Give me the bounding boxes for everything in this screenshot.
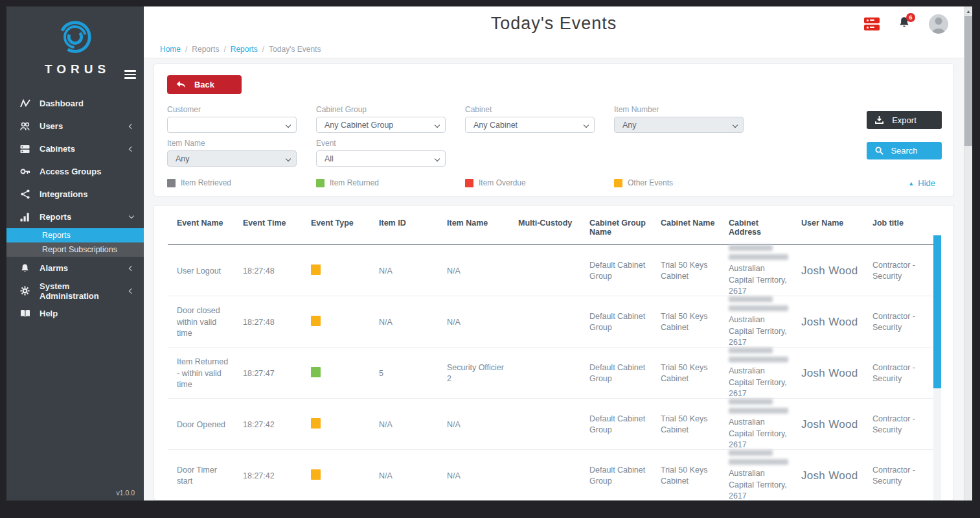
cell-job-title: Contractor - Security — [863, 465, 933, 488]
search-button[interactable]: Search — [867, 142, 942, 159]
filter-grid: Customer Cabinet Group Any Cabinet Group… — [167, 105, 940, 167]
table-scrollbar[interactable] — [933, 235, 941, 500]
gear-icon — [19, 286, 30, 296]
column-header: Multi-Custody — [509, 215, 580, 244]
sidebar: TORUS Dashboard Users — [6, 6, 144, 500]
legend-swatch — [614, 179, 622, 187]
chevron-left-icon — [129, 265, 134, 270]
cabinet-select[interactable]: Any Cabinet — [465, 117, 595, 133]
cell-item-name: Security Officier 2 — [438, 362, 509, 385]
page-title: Today's Events — [491, 14, 617, 34]
cell-item-name: N/A — [438, 266, 509, 277]
cell-item-id: N/A — [370, 419, 438, 431]
sidebar-item-access-groups[interactable]: Access Groups — [6, 160, 144, 183]
sidebar-item-label: Reports — [40, 212, 71, 222]
cell-item-id: 5 — [370, 368, 438, 380]
column-header: Event Time — [234, 215, 302, 244]
breadcrumb-current: Today's Events — [269, 45, 321, 54]
column-header: Event Type — [302, 215, 370, 244]
cabinets-icon — [19, 145, 30, 154]
chevron-left-icon — [129, 146, 134, 151]
hide-filters-link[interactable]: ▲ Hide — [908, 178, 935, 188]
cell-event-type — [302, 469, 370, 484]
cell-event-time: 18:27:47 — [234, 368, 302, 380]
cell-cabinet-group: Default Cabinet Group — [580, 311, 652, 334]
cell-cabinet-name: Trial 50 Keys Cabinet — [652, 260, 720, 283]
search-icon — [875, 147, 883, 155]
cabinet-group-select[interactable]: Any Cabinet Group — [316, 117, 446, 133]
filter-label: Event — [316, 139, 446, 148]
cell-job-title: Contractor - Security — [863, 414, 933, 436]
cell-user-name: Josh Wood — [792, 314, 863, 330]
table-scrollbar-thumb[interactable] — [933, 235, 941, 388]
sidebar-item-label: Integrations — [40, 189, 87, 199]
menu-toggle-icon[interactable] — [124, 70, 136, 81]
cell-job-title: Contractor - Security — [863, 260, 933, 283]
breadcrumb-reports-link[interactable]: Reports — [231, 45, 258, 54]
cell-item-name: N/A — [438, 471, 509, 482]
cell-user-name: Josh Wood — [792, 417, 863, 432]
cell-cabinet-group: Default Cabinet Group — [580, 362, 652, 385]
sidebar-item-reports[interactable]: Reports — [6, 206, 144, 228]
redacted-address-line — [729, 347, 773, 353]
event-type-legend: Item Retrieved Item Returned Item Overdu… — [167, 178, 940, 187]
event-select[interactable]: All — [316, 150, 446, 167]
cell-cabinet-address: Australian Capital Territory, 2617 — [720, 450, 792, 500]
cell-user-name: Josh Wood — [792, 468, 863, 484]
submenu-item-report-subscriptions[interactable]: Report Subscriptions — [6, 242, 144, 257]
cell-cabinet-address: Australian Capital Territory, 2617 — [720, 399, 792, 451]
sidebar-item-users[interactable]: Users — [6, 115, 144, 137]
legend-label: Item Overdue — [479, 178, 526, 187]
breadcrumb-separator: / — [223, 45, 225, 54]
redacted-address-line — [729, 305, 788, 311]
table-row: Door Timer start 18:27:42 N/A N/A Defaul… — [168, 450, 933, 500]
window-scrollbar[interactable]: ▲ — [964, 6, 972, 500]
cell-event-time: 18:27:42 — [234, 471, 302, 482]
item-number-select[interactable]: Any — [614, 117, 744, 133]
dashboard-icon — [19, 99, 30, 108]
sidebar-item-cabinets[interactable]: Cabinets — [6, 137, 144, 160]
back-button[interactable]: Back — [167, 75, 242, 94]
main-area: Today's Events 6 Home — [144, 6, 964, 500]
export-button[interactable]: Export — [867, 111, 942, 129]
sidebar-item-dashboard[interactable]: Dashboard — [6, 92, 144, 115]
cabinet-status-icon[interactable] — [864, 18, 880, 30]
notifications-bell-icon[interactable]: 6 — [897, 16, 911, 32]
cell-event-name: Door Opened — [168, 419, 234, 431]
reports-submenu: Reports Report Subscriptions — [6, 228, 144, 257]
select-chevron-icon — [435, 123, 440, 128]
select-chevron-icon — [286, 123, 291, 128]
torus-logo-icon — [55, 17, 95, 57]
filter-label: Cabinet Group — [316, 105, 446, 114]
redacted-address-line — [729, 296, 773, 302]
redacted-address-line — [729, 245, 773, 251]
legend-item-retrieved: Item Retrieved — [167, 178, 297, 187]
sidebar-item-system-administration[interactable]: System Administration — [6, 279, 144, 302]
sidebar-item-label: Help — [40, 309, 58, 318]
sidebar-item-alarms[interactable]: Alarms — [6, 257, 144, 279]
cell-item-name: N/A — [438, 317, 509, 329]
cell-event-name: User Logout — [168, 266, 234, 277]
cell-cabinet-group: Default Cabinet Group — [580, 465, 652, 488]
window-scrollbar-thumb[interactable] — [964, 16, 972, 146]
back-arrow-icon — [176, 80, 186, 89]
item-name-select[interactable]: Any — [167, 150, 297, 167]
legend-item-returned: Item Returned — [316, 178, 446, 187]
sidebar-item-help[interactable]: Help — [6, 302, 144, 325]
share-icon — [19, 189, 30, 199]
search-button-label: Search — [891, 146, 917, 156]
cell-cabinet-address: Australian Capital Territory, 2617 — [720, 347, 792, 400]
customer-select[interactable] — [167, 117, 297, 133]
user-avatar[interactable] — [929, 14, 948, 34]
column-header: Cabinet Address — [720, 215, 792, 244]
cell-cabinet-group: Default Cabinet Group — [580, 260, 652, 283]
scrollbar-up-arrow-icon[interactable]: ▲ — [964, 6, 972, 16]
filter-customer: Customer — [167, 105, 297, 133]
sidebar-item-integrations[interactable]: Integrations — [6, 183, 144, 206]
redacted-address-line — [729, 459, 788, 465]
filter-item-name: Item Name Any — [167, 139, 297, 167]
breadcrumb-home-link[interactable]: Home — [160, 45, 181, 54]
redacted-address-line — [729, 357, 788, 362]
submenu-item-reports[interactable]: Reports — [6, 228, 144, 242]
filter-cabinet-group: Cabinet Group Any Cabinet Group — [316, 105, 446, 133]
